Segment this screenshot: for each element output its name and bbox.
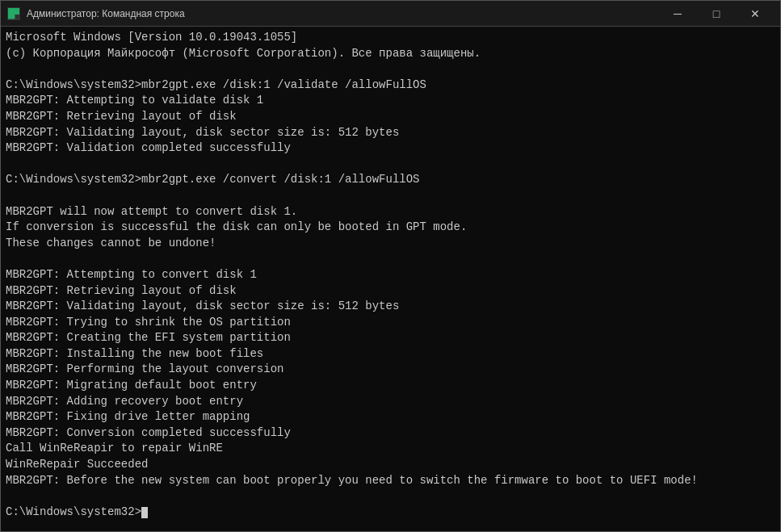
window-title: Администратор: Командная строка bbox=[27, 8, 185, 19]
terminal-line: (c) Корпорация Майкрософт (Microsoft Cor… bbox=[6, 46, 775, 62]
terminal-line: MBR2GPT: Fixing drive letter mapping bbox=[6, 409, 775, 425]
terminal-line: MBR2GPT: Attempting to validate disk 1 bbox=[6, 93, 775, 109]
terminal-body[interactable]: Microsoft Windows [Version 10.0.19043.10… bbox=[1, 27, 780, 531]
maximize-button[interactable]: □ bbox=[698, 2, 735, 25]
terminal-line: MBR2GPT: Before the new system can boot … bbox=[6, 473, 775, 489]
terminal-line bbox=[6, 488, 775, 505]
terminal-line: MBR2GPT: Attempting to convert disk 1 bbox=[6, 267, 775, 283]
terminal-line: MBR2GPT: Retrieving layout of disk bbox=[6, 109, 775, 125]
terminal-line: If conversion is successful the disk can… bbox=[6, 220, 775, 236]
terminal-line: C:\Windows\system32> bbox=[6, 505, 775, 521]
title-bar-left: Администратор: Командная строка bbox=[7, 7, 185, 20]
terminal-line: These changes cannot be undone! bbox=[6, 236, 775, 252]
terminal-line: MBR2GPT: Retrieving layout of disk bbox=[6, 283, 775, 300]
terminal-line: MBR2GPT will now attempt to convert disk… bbox=[6, 204, 775, 220]
close-button[interactable]: ✕ bbox=[737, 2, 774, 25]
terminal-line: MBR2GPT: Creating the EFI system partiti… bbox=[6, 330, 775, 346]
terminal-line: MBR2GPT: Conversion completed successful… bbox=[6, 425, 775, 442]
terminal-line: MBR2GPT: Validation completed successful… bbox=[6, 140, 775, 157]
title-bar-controls: ─ □ ✕ bbox=[659, 2, 774, 25]
terminal-line bbox=[6, 157, 775, 173]
terminal-line bbox=[6, 251, 775, 267]
cmd-window: Администратор: Командная строка ─ □ ✕ Mi… bbox=[0, 0, 781, 532]
terminal-line bbox=[6, 61, 775, 77]
terminal-line: MBR2GPT: Validating layout, disk sector … bbox=[6, 125, 775, 141]
terminal-line: MBR2GPT: Installing the new boot files bbox=[6, 346, 775, 362]
terminal-line: MBR2GPT: Migrating default boot entry bbox=[6, 378, 775, 394]
terminal-line bbox=[6, 188, 775, 204]
cursor bbox=[141, 507, 148, 518]
terminal-line: MBR2GPT: Trying to shrink the OS partiti… bbox=[6, 315, 775, 331]
terminal-line: C:\Windows\system32>mbr2gpt.exe /disk:1 … bbox=[6, 77, 775, 94]
terminal-line: MBR2GPT: Adding recovery boot entry bbox=[6, 394, 775, 410]
minimize-button[interactable]: ─ bbox=[659, 2, 696, 25]
cmd-icon bbox=[7, 7, 20, 20]
terminal-line: MBR2GPT: Performing the layout conversio… bbox=[6, 362, 775, 378]
title-bar: Администратор: Командная строка ─ □ ✕ bbox=[1, 1, 780, 27]
terminal-line: Microsoft Windows [Version 10.0.19043.10… bbox=[6, 30, 775, 46]
terminal-line: Call WinReReapir to repair WinRE bbox=[6, 441, 775, 457]
terminal-line: C:\Windows\system32>mbr2gpt.exe /convert… bbox=[6, 172, 775, 188]
terminal-line: MBR2GPT: Validating layout, disk sector … bbox=[6, 299, 775, 315]
terminal-line: WinReRepair Succeeded bbox=[6, 457, 775, 473]
